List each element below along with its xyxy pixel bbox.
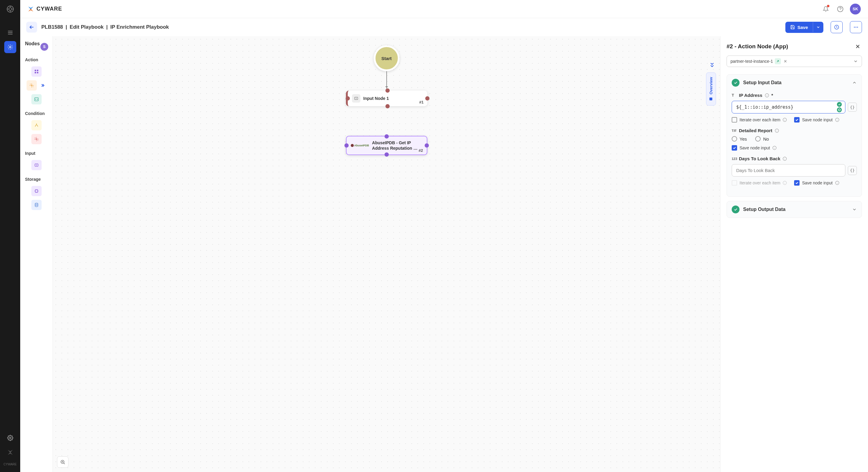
radio-yes[interactable]: Yes	[732, 136, 747, 142]
iterate-checkbox[interactable]	[732, 117, 737, 122]
refresh-button[interactable]	[831, 21, 843, 33]
close-icon[interactable]	[854, 42, 862, 51]
section-output-header[interactable]: Setup Output Data	[727, 201, 862, 217]
instance-remove-icon[interactable]	[783, 59, 787, 63]
svg-point-18	[35, 203, 38, 204]
svg-point-15	[36, 139, 37, 140]
save-input-checkbox[interactable]	[794, 180, 800, 186]
field-detailed-label: Detailed Report	[739, 128, 772, 133]
save-dropdown-icon[interactable]	[813, 22, 824, 32]
breadcrumb-title: IP Enrichment Playbook	[111, 24, 169, 30]
iterate-label: Iterate over each item	[740, 117, 780, 122]
instance-select[interactable]: partner-test-instance-1	[726, 56, 862, 67]
flow-node-2[interactable]: AbuseIPDB AbuseIPDB - Get IP Address Rep…	[346, 136, 427, 155]
info-icon[interactable]	[783, 181, 787, 185]
rail-playbook-icon[interactable]	[4, 41, 16, 53]
palette-action-gear-icon[interactable]	[27, 80, 37, 91]
palette-badge[interactable]: S	[40, 43, 48, 51]
canvas[interactable]: Overview Start	[53, 36, 720, 472]
inspector-title: #2 - Action Node (App)	[726, 43, 788, 50]
palette-storage-db-icon[interactable]	[31, 200, 42, 210]
node-handle[interactable]	[385, 88, 390, 93]
check-icon	[732, 206, 740, 213]
info-icon[interactable]	[772, 146, 777, 150]
svg-point-7	[856, 27, 857, 28]
section-input-data: Setup Input Data T IP Address	[726, 74, 862, 197]
overview-tab[interactable]: Overview	[706, 72, 716, 106]
save-input-checkbox[interactable]	[794, 117, 800, 122]
rail-menu-icon[interactable]	[4, 27, 16, 39]
edge-start-to-1	[386, 71, 387, 89]
save-input-label: Save node input	[802, 180, 832, 185]
palette-condition-gear-icon[interactable]	[31, 134, 42, 144]
zoom-icon[interactable]	[57, 456, 68, 468]
start-node[interactable]: Start	[374, 45, 400, 71]
instance-link-icon	[775, 58, 781, 64]
rail-logo-icon	[5, 4, 16, 14]
node-handle[interactable]	[344, 143, 349, 148]
more-button[interactable]	[850, 21, 862, 33]
breadcrumb: PLB1588 | Edit Playbook | IP Enrichment …	[41, 24, 169, 30]
brand-logo-icon	[27, 6, 34, 12]
palette-action-code-icon[interactable]	[31, 94, 42, 105]
palette-action-app-icon[interactable]	[31, 66, 42, 77]
info-icon[interactable]	[765, 93, 769, 97]
braces-button[interactable]: {}	[848, 102, 857, 112]
node-handle[interactable]	[385, 104, 390, 108]
field-detailed-report: T/F Detailed Report Yes	[732, 128, 857, 151]
node-handle[interactable]	[425, 96, 430, 100]
field-ip-label: IP Address	[739, 93, 763, 98]
svg-point-2	[9, 47, 11, 48]
days-lookback-input[interactable]	[732, 164, 845, 177]
palette-group-input: Input	[25, 151, 35, 156]
info-icon[interactable]	[835, 118, 839, 122]
node-handle[interactable]	[346, 96, 350, 100]
rail-brand-icon	[4, 446, 16, 459]
radio-yes-label: Yes	[740, 137, 747, 142]
breadcrumb-id: PLB1588	[41, 24, 63, 30]
chevron-down-icon	[852, 207, 857, 212]
brand: CYWARE	[27, 6, 62, 12]
save-button[interactable]: Save	[785, 22, 824, 33]
info-icon[interactable]	[783, 157, 787, 161]
radio-no[interactable]: No	[755, 136, 769, 142]
field-ip-address: T IP Address *	[732, 93, 857, 122]
palette-input-icon[interactable]	[31, 160, 42, 170]
field-days-lookback: 123 Days To Look Back {}	[732, 156, 857, 186]
palette-group-storage: Storage	[25, 177, 41, 182]
svg-point-3	[9, 437, 11, 439]
palette-storage-chip-icon[interactable]	[31, 186, 42, 196]
svg-point-23	[838, 109, 841, 111]
canvas-collapse-icon[interactable]	[709, 62, 715, 68]
chevron-down-icon	[853, 59, 858, 64]
node-2-title: AbuseIPDB - Get IP Address Reputation …	[372, 140, 423, 151]
left-rail: CYWARE	[0, 0, 20, 472]
svg-point-6	[854, 27, 855, 28]
ip-address-input[interactable]	[732, 101, 845, 114]
field-days-label: Days To Look Back	[739, 156, 780, 161]
info-icon[interactable]	[783, 118, 787, 122]
svg-point-1	[9, 7, 11, 10]
section-input-header[interactable]: Setup Input Data	[727, 75, 862, 91]
flow-node-1[interactable]: Input Node 1 #1	[346, 91, 427, 106]
node-handle[interactable]	[384, 152, 389, 157]
svg-rect-17	[35, 190, 38, 192]
back-button[interactable]	[26, 22, 37, 33]
iterate-label: Iterate over each item	[740, 180, 780, 185]
palette-expand-icon[interactable]	[39, 82, 46, 89]
info-icon[interactable]	[835, 181, 839, 185]
node-handle[interactable]	[384, 134, 389, 139]
node-1-num: #1	[419, 100, 424, 105]
nodes-palette: Nodes S Action Condit	[20, 36, 53, 472]
info-icon[interactable]	[775, 128, 779, 133]
help-icon[interactable]	[835, 4, 846, 14]
save-input-checkbox[interactable]	[732, 145, 737, 151]
rail-settings-icon[interactable]	[4, 432, 16, 444]
svg-point-13	[31, 85, 32, 86]
node-handle[interactable]	[425, 143, 429, 148]
braces-button[interactable]: {}	[848, 166, 857, 175]
avatar[interactable]: SK	[850, 4, 861, 14]
notifications-icon[interactable]	[820, 4, 831, 14]
node-2-num: #2	[418, 148, 423, 153]
palette-condition-branch-icon[interactable]	[31, 120, 42, 130]
